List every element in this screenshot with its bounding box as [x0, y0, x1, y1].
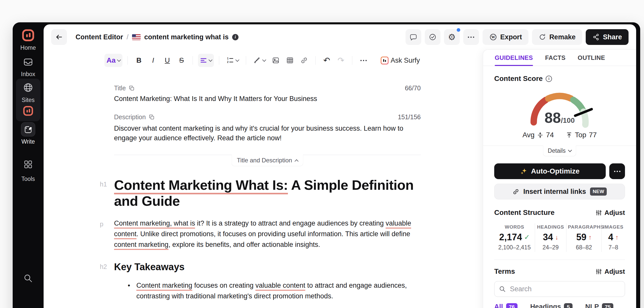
- back-button[interactable]: [51, 29, 67, 45]
- document-info-icon[interactable]: i: [232, 34, 238, 40]
- bold-button[interactable]: B: [133, 54, 145, 67]
- tab-outline[interactable]: OUTLINE: [578, 50, 605, 66]
- copy-icon[interactable]: [129, 85, 135, 91]
- stat-value: 59: [576, 232, 586, 243]
- ask-surfy-button[interactable]: Ask Surfy: [379, 54, 422, 67]
- tab-guidelines[interactable]: GUIDELINES: [495, 50, 533, 66]
- auto-optimize-button[interactable]: Auto-Optimize: [494, 163, 606, 179]
- insert-internal-links-button[interactable]: Insert internal links NEW: [494, 184, 625, 199]
- optimize-more-button[interactable]: [609, 163, 625, 179]
- breadcrumb-document-title[interactable]: content marketing what is: [144, 33, 229, 41]
- tasks-button[interactable]: [425, 29, 440, 45]
- table-icon: [286, 57, 294, 64]
- terms-tab-all[interactable]: All 76: [494, 303, 518, 308]
- title-input[interactable]: Content Marketing: What Is It and Why It…: [114, 95, 421, 103]
- breadcrumb-section[interactable]: Content Editor: [76, 33, 123, 41]
- sidebar-label-home: Home: [13, 44, 44, 51]
- remake-button[interactable]: Remake: [532, 29, 582, 45]
- terms-adjust-button[interactable]: Adjust: [596, 268, 625, 276]
- content-structure-stats: WORDS 2,174 ✓ 2,100–2,415 HEADINGS 34 ↓: [494, 223, 625, 252]
- sidebar-item-tools[interactable]: [13, 160, 44, 169]
- comments-button[interactable]: [406, 29, 421, 45]
- stat-label: IMAGES: [603, 224, 623, 230]
- insert-link-button[interactable]: [298, 54, 310, 67]
- italic-label: I: [152, 56, 154, 64]
- arrow-down-icon: ↓: [555, 234, 558, 241]
- svg-text:2: 2: [227, 61, 229, 63]
- document-h2[interactable]: h2 Key Takeaways: [114, 262, 421, 272]
- header: Content Editor / content marketing what …: [44, 24, 636, 50]
- underline-button[interactable]: U: [161, 54, 173, 67]
- insert-table-button[interactable]: [284, 54, 296, 67]
- sidebar-item-home[interactable]: [13, 29, 44, 42]
- list-button[interactable]: 1 2: [224, 54, 241, 67]
- terms-tab-nlp[interactable]: NLP 75: [585, 303, 613, 308]
- chevron-down-icon: [117, 58, 121, 62]
- sidebar-item-current-site[interactable]: [16, 105, 40, 117]
- terms-search-input[interactable]: [510, 285, 620, 293]
- italic-button[interactable]: I: [147, 54, 159, 67]
- toolbar-divider: [193, 56, 193, 65]
- terms-adjust-label: Adjust: [604, 268, 625, 276]
- insert-image-button[interactable]: [270, 54, 282, 67]
- title-field-label-row: Title: [114, 84, 135, 92]
- strikethrough-button[interactable]: S: [175, 54, 188, 67]
- tab-facts[interactable]: FACTS: [545, 50, 566, 66]
- title-field-header: Title 66/70: [114, 84, 421, 92]
- more-options-button[interactable]: [463, 29, 479, 45]
- document-h1[interactable]: h1 Content Marketing What Is: A Simple D…: [114, 177, 421, 209]
- alignment-button[interactable]: [198, 54, 214, 67]
- guidelines-panel: GUIDELINES FACTS OUTLINE Content Score i: [483, 49, 636, 308]
- top-score: Top 77: [566, 131, 597, 139]
- stat-label: WORDS: [496, 224, 533, 230]
- ellipsis-icon: [468, 37, 474, 38]
- underline-label: U: [165, 56, 170, 64]
- highlight-button[interactable]: [251, 54, 268, 67]
- share-icon: [592, 33, 600, 41]
- sidebar-item-write[interactable]: [21, 122, 35, 136]
- collapse-title-description-button[interactable]: Title and Description: [232, 155, 303, 166]
- structure-adjust-button[interactable]: Adjust: [596, 209, 625, 217]
- details-button[interactable]: Details: [543, 146, 576, 156]
- toolbar-more-button[interactable]: [357, 54, 370, 67]
- terms-search: [494, 281, 625, 297]
- chevron-down-icon: [209, 58, 213, 62]
- description-input[interactable]: Discover what content marketing is and w…: [114, 124, 421, 143]
- panel-tabs: GUIDELINES FACTS OUTLINE: [483, 50, 636, 66]
- list-item[interactable]: Content marketing focuses on creating va…: [136, 280, 421, 301]
- content-panel: Content Editor / content marketing what …: [44, 24, 636, 308]
- toolbar-divider: [315, 56, 316, 65]
- copy-icon[interactable]: [149, 114, 155, 120]
- text-style-button[interactable]: Aa: [104, 54, 122, 67]
- ellipsis-icon: [614, 171, 620, 172]
- stat-label: HEADINGS: [537, 224, 565, 230]
- surfer-site-icon: [22, 105, 34, 117]
- score-benchmarks: Avg 74 Top 77: [494, 131, 625, 139]
- description-field-header: Description 151/156: [114, 113, 421, 121]
- export-button[interactable]: W Export: [483, 29, 529, 45]
- insert-internal-links-label: Insert internal links: [523, 188, 586, 196]
- chevron-down-icon: [262, 58, 266, 62]
- sidebar-label-tools: Tools: [13, 176, 44, 182]
- sidebar-item-inbox[interactable]: [13, 57, 44, 67]
- undo-button[interactable]: ↶: [321, 54, 333, 67]
- terms-tab-headings[interactable]: Headings 5: [530, 303, 573, 308]
- wordpress-icon: W: [489, 33, 497, 41]
- info-icon[interactable]: i: [546, 76, 552, 82]
- strikethrough-label: S: [179, 56, 184, 64]
- terms-tab-count: 75: [602, 303, 613, 308]
- export-label: Export: [500, 33, 522, 41]
- sidebar-item-sites[interactable]: [16, 82, 40, 93]
- sidebar-search-button[interactable]: [13, 273, 44, 283]
- redo-button[interactable]: ↷: [335, 54, 347, 67]
- settings-button[interactable]: ⚙: [444, 29, 460, 45]
- structure-adjust-label: Adjust: [604, 209, 625, 217]
- document-editor: Title 66/70 Content Marketing: What Is I…: [114, 84, 421, 308]
- document-paragraph[interactable]: p Content marketing, what is it? It is a…: [114, 218, 421, 250]
- share-button[interactable]: Share: [586, 29, 629, 45]
- stat-range: 68–82: [568, 244, 600, 251]
- stat-paragraphs: PARAGRAPHS 59 ↑ 68–82: [566, 223, 601, 252]
- details-label: Details: [548, 147, 565, 154]
- chevron-down-icon: [235, 58, 240, 62]
- toolbar-divider: [246, 56, 246, 65]
